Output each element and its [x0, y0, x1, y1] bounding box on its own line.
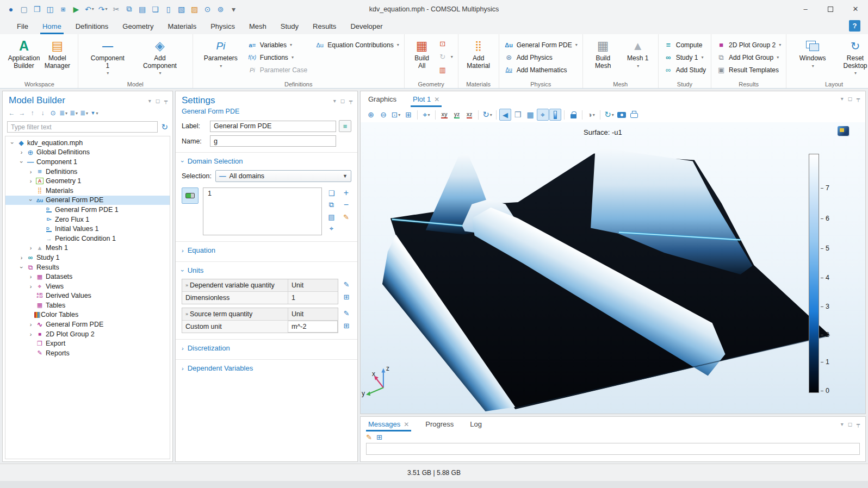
clear-selection-button[interactable] — [341, 212, 351, 221]
menu-materials[interactable]: Materials — [160, 18, 203, 34]
edit-icon[interactable]: ✎ — [342, 280, 351, 289]
close-button[interactable]: ✕ — [843, 0, 868, 18]
geometry-import-button[interactable] — [438, 39, 453, 49]
messages-content[interactable] — [366, 443, 860, 455]
remove-button[interactable] — [341, 201, 351, 209]
add-mathematics-button[interactable]: Add Mathematics — [504, 65, 578, 75]
help-button[interactable]: ? — [849, 20, 860, 32]
tree-item-color-tables[interactable]: Color Tables — [5, 310, 170, 320]
panel-float-icon[interactable]: ◻ — [848, 421, 852, 427]
tab-progress[interactable]: Progress — [425, 417, 454, 431]
add-material-button[interactable]: Add Material — [463, 37, 494, 70]
clear-messages-icon[interactable] — [366, 433, 372, 441]
snapshot-button[interactable] — [616, 109, 628, 121]
section-dependent-variables[interactable]: › Dependent Variables — [176, 359, 357, 376]
mesh-1-button[interactable]: Mesh 1▾ — [623, 37, 653, 70]
tree-item-materials[interactable]: Materials — [5, 186, 170, 196]
tree-caret[interactable]: › — [27, 168, 34, 175]
paste-button[interactable] — [326, 212, 337, 221]
redo-button[interactable]: ↷▾ — [97, 3, 109, 16]
tree-caret[interactable]: › — [27, 178, 34, 184]
expand-all-button[interactable]: ≣▾ — [69, 108, 78, 118]
name-input[interactable] — [210, 135, 336, 147]
tree-caret[interactable]: › — [18, 254, 25, 261]
tree-caret[interactable]: › — [27, 245, 34, 251]
tree-caret[interactable]: › — [27, 273, 34, 280]
tree-item-mesh-1[interactable]: ›Mesh 1 — [5, 243, 170, 253]
zoom-extents-button[interactable] — [402, 109, 414, 121]
windows-button[interactable]: Windows▾ — [797, 37, 828, 70]
selection-dropdown[interactable]: — All domains ▼ — [215, 170, 351, 182]
add-plot-group-button[interactable]: Add Plot Group▾ — [716, 52, 781, 62]
tree-item-general-form-pde-1[interactable]: General Form PDE 1 — [5, 205, 170, 215]
tree-item-datasets[interactable]: ›Datasets — [5, 272, 170, 281]
menu-mesh[interactable]: Mesh — [242, 18, 274, 34]
tab-graphics[interactable]: Graphics — [368, 91, 396, 107]
tree-item-views[interactable]: ›Views — [5, 281, 170, 291]
model-tree-nodes-button[interactable]: ≣▾ — [79, 108, 89, 118]
section-units[interactable]: › Units — [176, 261, 357, 278]
tree-caret[interactable]: › — [18, 264, 25, 271]
functions-button[interactable]: Functions▾ — [247, 52, 307, 62]
find-button[interactable]: ⊚ — [215, 3, 226, 16]
filter-input[interactable] — [7, 121, 158, 133]
panel-pin-icon[interactable]: ┯ — [164, 98, 168, 104]
tree-caret[interactable]: › — [27, 331, 34, 337]
tree-item-tables[interactable]: Tables — [5, 301, 170, 310]
menu-study[interactable]: Study — [274, 18, 306, 34]
panel-menu-icon[interactable]: ▾ — [333, 98, 336, 104]
paste-button[interactable]: ▤ — [137, 3, 148, 16]
color-legend-button[interactable] — [549, 109, 561, 121]
tab-log[interactable]: Log — [470, 417, 482, 431]
add-component-button[interactable]: Add Component▾ — [139, 37, 181, 78]
panel-menu-icon[interactable]: ▾ — [148, 98, 151, 104]
model-manager-button[interactable]: Model Manager — [42, 37, 73, 70]
close-tab-icon[interactable]: ✕ — [434, 96, 439, 103]
material-button[interactable]: ▾ — [585, 109, 597, 121]
tree-item-results[interactable]: ›Results — [5, 262, 170, 272]
tree-item-definitions[interactable]: ›Definitions — [5, 167, 170, 177]
tree-item-periodic-condition-1[interactable]: Periodic Condition 1 — [5, 234, 170, 243]
save-as-button[interactable]: ⧆ — [58, 3, 69, 16]
section-discretization[interactable]: › Discretization — [176, 339, 357, 355]
build-mesh-button[interactable]: Build Mesh — [588, 37, 618, 70]
tree-item-2d-plot-group-2[interactable]: ›2D Plot Group 2 — [5, 329, 170, 339]
tree-caret[interactable]: › — [9, 139, 16, 146]
panel-menu-icon[interactable]: ▾ — [841, 421, 844, 427]
open-file-button[interactable]: ❒ — [32, 3, 42, 16]
zoom-selection-button[interactable] — [326, 224, 337, 233]
collapse-all-button[interactable]: ≣▾ — [59, 108, 68, 118]
menu-file[interactable]: File — [10, 18, 35, 34]
run-button[interactable]: ▶ — [71, 3, 82, 16]
application-builder-button[interactable]: Application Builder — [6, 37, 42, 70]
view-xy-button[interactable] — [438, 109, 450, 121]
select-box-button[interactable]: ▧ — [176, 3, 187, 16]
panel-float-icon[interactable]: ◻ — [156, 98, 160, 104]
section-domain-selection[interactable]: › Domain Selection — [176, 152, 357, 168]
close-tab-icon[interactable]: ✕ — [404, 421, 409, 428]
quantity-cell[interactable]: Custom unit — [182, 321, 288, 333]
update-button[interactable]: ▾ — [603, 109, 615, 121]
cut-button[interactable]: ✂ — [111, 3, 122, 16]
tree-caret[interactable]: › — [18, 158, 25, 165]
zoom-out-button[interactable] — [377, 109, 389, 121]
menu-results[interactable]: Results — [306, 18, 343, 34]
tree-item-general-form-pde[interactable]: ›General Form PDE — [5, 196, 170, 205]
minimize-button[interactable]: – — [793, 0, 818, 18]
unit-cell[interactable]: m^-2 — [288, 321, 338, 333]
copy-button[interactable]: ⧉ — [124, 3, 135, 16]
plot-canvas[interactable]: Surface: -u1 — [361, 122, 865, 414]
add-study-button[interactable]: Add Study — [664, 65, 706, 75]
panel-pin-icon[interactable]: ┯ — [857, 96, 860, 102]
build-all-button[interactable]: Build All — [410, 37, 435, 70]
rotate-button[interactable]: ▾ — [481, 109, 493, 121]
view-xz-button[interactable] — [463, 109, 475, 121]
zoom-box-button[interactable]: ▾ — [390, 109, 402, 121]
variables-button[interactable]: Variables▾ — [247, 40, 307, 50]
unit-cell[interactable]: 1 — [288, 292, 338, 304]
tree-caret[interactable]: › — [28, 197, 34, 204]
general-form-pde-button[interactable]: General Form PDE▾ — [504, 40, 578, 50]
tab-messages[interactable]: Messages ✕ — [368, 417, 409, 431]
label-input[interactable] — [210, 121, 336, 132]
panel-pin-icon[interactable]: ┯ — [857, 421, 860, 427]
